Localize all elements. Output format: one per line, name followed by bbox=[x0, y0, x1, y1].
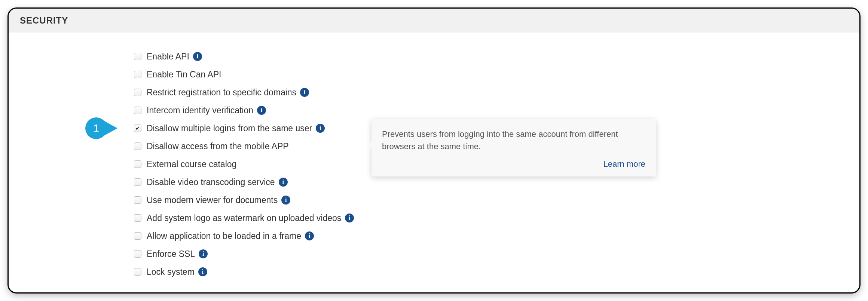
info-icon[interactable] bbox=[279, 178, 288, 187]
checkbox-intercom-identity[interactable] bbox=[134, 107, 141, 114]
checkbox-enable-api[interactable] bbox=[134, 53, 141, 60]
info-icon[interactable] bbox=[199, 249, 208, 258]
option-label: Intercom identity verification bbox=[147, 105, 253, 116]
option-label: External course catalog bbox=[147, 159, 236, 169]
info-icon[interactable] bbox=[305, 231, 314, 240]
option-row-restrict-domains: Restrict registration to specific domain… bbox=[134, 83, 859, 101]
checkbox-watermark-videos[interactable] bbox=[134, 214, 141, 222]
info-icon[interactable] bbox=[198, 267, 207, 276]
option-row-intercom-identity: Intercom identity verification bbox=[134, 101, 859, 119]
option-label: Disallow access from the mobile APP bbox=[147, 141, 289, 151]
checkbox-external-catalog[interactable] bbox=[134, 160, 141, 168]
checkbox-allow-frame[interactable] bbox=[134, 232, 141, 240]
option-label: Add system logo as watermark on uploaded… bbox=[147, 213, 341, 223]
info-icon[interactable] bbox=[193, 52, 202, 61]
checkbox-disable-transcoding[interactable] bbox=[134, 178, 141, 186]
option-label: Enforce SSL bbox=[147, 249, 195, 259]
learn-more-link[interactable]: Learn more bbox=[382, 159, 645, 169]
info-icon[interactable] bbox=[300, 88, 309, 97]
option-row-watermark-videos: Add system logo as watermark on uploaded… bbox=[134, 209, 859, 227]
option-row-enforce-ssl: Enforce SSL bbox=[134, 245, 859, 263]
checkbox-modern-viewer[interactable] bbox=[134, 196, 141, 204]
section-header: SECURITY bbox=[9, 9, 859, 33]
option-label: Enable API bbox=[147, 52, 189, 62]
option-row-enable-tincan: Enable Tin Can API bbox=[134, 65, 859, 83]
info-tooltip: Prevents users from logging into the sam… bbox=[372, 119, 656, 176]
option-label: Restrict registration to specific domain… bbox=[147, 87, 296, 98]
checkbox-disallow-mobile[interactable] bbox=[134, 142, 141, 150]
info-icon[interactable] bbox=[281, 196, 290, 205]
info-icon[interactable] bbox=[345, 214, 354, 222]
info-icon[interactable] bbox=[257, 106, 266, 115]
option-row-allow-frame: Allow application to be loaded in a fram… bbox=[134, 227, 859, 245]
security-settings-card: SECURITY Enable APIEnable Tin Can APIRes… bbox=[7, 7, 861, 294]
section-title: SECURITY bbox=[20, 15, 848, 26]
info-icon[interactable] bbox=[316, 124, 325, 133]
option-label: Allow application to be loaded in a fram… bbox=[147, 231, 301, 241]
option-label: Disallow multiple logins from the same u… bbox=[147, 123, 312, 133]
option-row-modern-viewer: Use modern viewer for documents bbox=[134, 191, 859, 209]
option-label: Enable Tin Can API bbox=[147, 70, 221, 80]
checkbox-lock-system[interactable] bbox=[134, 268, 141, 276]
checkbox-enable-tincan[interactable] bbox=[134, 71, 141, 78]
checkbox-disallow-multiple-logins[interactable] bbox=[134, 125, 141, 132]
option-row-lock-system: Lock system bbox=[134, 263, 859, 281]
tooltip-text: Prevents users from logging into the sam… bbox=[382, 128, 645, 153]
option-label: Lock system bbox=[147, 267, 195, 277]
option-label: Disable video transcoding service bbox=[147, 177, 275, 187]
checkbox-enforce-ssl[interactable] bbox=[134, 250, 141, 258]
option-row-enable-api: Enable API bbox=[134, 47, 859, 65]
option-label: Use modern viewer for documents bbox=[147, 195, 278, 205]
checkbox-restrict-domains[interactable] bbox=[134, 89, 141, 96]
step-callout: 1 bbox=[85, 117, 107, 139]
